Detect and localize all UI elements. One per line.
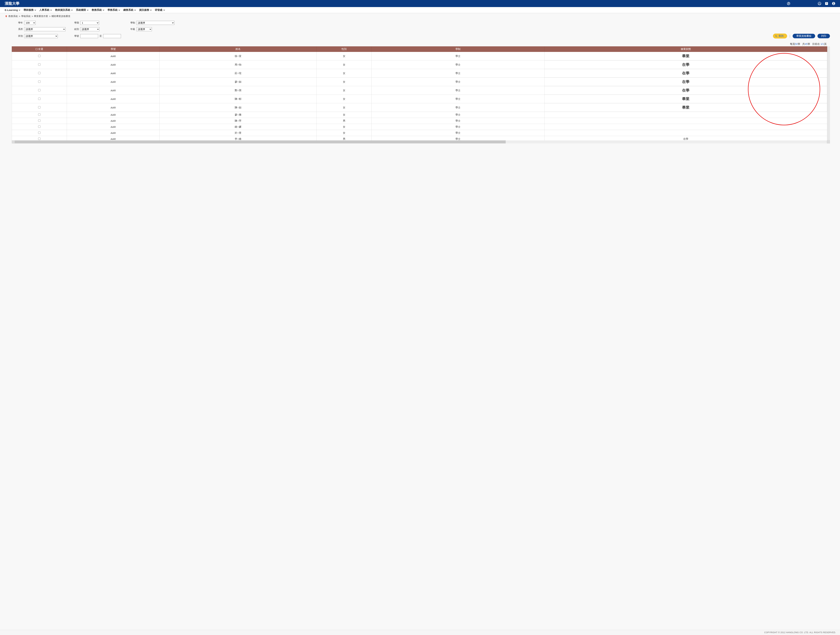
cell-sid: AAR [67,136,159,140]
nav-sys-auth[interactable]: 系統權限 [76,8,89,12]
label-system: 學制 [129,21,135,24]
th-all-label: 全選 [38,47,43,51]
table-row: AAR鄭○孺女學士在學 [12,86,827,95]
crumb-sep: > [49,15,51,17]
checkbox-icon[interactable] [38,72,41,74]
crumb-4: 輔助畢業資格審查 [52,15,70,18]
nav-academic[interactable]: 教務系統 [92,8,104,12]
checkbox-icon[interactable] [38,98,41,100]
square-icon [36,48,38,50]
crumb-2[interactable]: 學籍系統 [21,15,31,18]
cell-system: 學士 [372,95,545,103]
input-sid-from[interactable] [80,34,98,38]
scroll-left-arrow[interactable] [12,140,15,143]
crumb-3[interactable]: 畢業審查作業 [34,15,48,18]
cell-name: 莊○瑄 [159,69,316,77]
select-year[interactable]: 109 [24,21,36,25]
checkbox-icon[interactable] [38,89,41,91]
label-group: 組別 [73,28,79,31]
cell-checkbox[interactable] [12,130,67,136]
horizontal-scrollbar[interactable] [12,140,830,143]
select-grade[interactable]: 請選擇 [136,27,152,31]
nav-tutor[interactable]: 導師服務 [24,8,36,12]
chrome-icon[interactable] [787,2,790,5]
select-class[interactable]: 請選擇 [24,34,58,38]
cell-sex: 女 [317,103,372,112]
cell-checkbox[interactable] [12,112,67,118]
checkbox-icon[interactable] [38,137,41,140]
nav-general-affairs[interactable]: 總務系統 [123,8,136,12]
checkbox-icon[interactable] [38,55,41,57]
chevron-down-icon [150,9,152,11]
user-icon[interactable] [832,2,835,5]
chevron-down-icon [19,9,21,11]
label-class: 班別 [17,35,23,38]
nav-teacher-info[interactable]: 教師資訊系統 [55,8,73,12]
nav-rd[interactable]: 研發處 [155,8,165,12]
select-group[interactable]: 請選擇 [80,27,99,31]
nav-label: 人事系統 [39,8,49,12]
label-dept: 系所 [17,28,23,31]
cell-status: 在學 [544,69,827,77]
select-semester[interactable]: 1 [80,21,99,25]
cell-sid: AAR [67,130,159,136]
nav-it-service[interactable]: 資訊服務 [139,8,152,12]
checkbox-icon[interactable] [38,120,41,122]
cell-system: 學士 [372,112,545,118]
svg-line-9 [777,36,777,37]
cell-sid: AAR [67,52,159,60]
table-row: AAR陳○如女學士畢業 [12,103,827,112]
label-grade: 年級 [129,28,135,31]
checkbox-icon[interactable] [38,106,41,109]
select-dept[interactable]: 請選擇 [24,27,66,31]
chevron-down-icon [71,9,73,11]
checkbox-icon[interactable] [38,126,41,128]
nav-student-affairs[interactable]: 學務系統 [107,8,120,12]
table-scroll[interactable]: 全選 學號 姓名 性別 學制 修業狀態 AAR徐○宜女學士畢業AAR周○怡女學士… [12,46,830,140]
scroll-right-arrow[interactable] [827,140,830,143]
cell-status: 畢業 [544,103,827,112]
cell-checkbox[interactable] [12,86,67,95]
chevron-down-icon [87,9,89,11]
nav-label: 總務系統 [123,8,133,12]
cell-checkbox[interactable] [12,60,67,69]
checkbox-icon[interactable] [38,113,41,116]
cell-checkbox[interactable] [12,69,67,77]
cell-system: 學士 [372,77,545,86]
checkbox-icon[interactable] [38,63,41,66]
nav-elearning[interactable]: E-Learning [5,8,21,12]
pi-pp-suf: 筆 [798,43,800,45]
cell-checkbox[interactable] [12,118,67,124]
select-system[interactable]: 請選擇 [136,21,174,25]
cell-checkbox[interactable] [12,136,67,140]
cell-checkbox[interactable] [12,124,67,130]
scroll-thumb[interactable] [15,140,506,143]
cell-checkbox[interactable] [12,52,67,60]
cell-system: 學士 [372,124,545,130]
print-button[interactable]: 列印 [818,34,830,38]
cell-checkbox[interactable] [12,95,67,103]
pi-pp-pre: 每頁 [790,43,795,45]
nav-hr[interactable]: 人事系統 [39,8,52,12]
cell-checkbox[interactable] [12,77,67,86]
cell-sex: 女 [317,52,372,60]
cell-name: 廖○雅 [159,112,316,118]
cell-checkbox[interactable] [12,103,67,112]
cell-name: 於○萱 [159,130,316,136]
crumb-1[interactable]: 教務系統 [8,15,18,18]
chevron-down-icon [118,9,120,11]
nav-label: 學務系統 [107,8,118,12]
search-button[interactable]: 查詢 [773,33,787,38]
checkbox-icon[interactable] [38,131,41,134]
input-sid-to[interactable] [103,34,121,38]
svg-point-2 [818,2,821,5]
cell-sid: AAR [67,77,159,86]
pi-pp-n: 50 [795,43,798,45]
home-icon[interactable] [818,2,821,5]
audit-button[interactable]: 畢業資格審核 [793,34,815,38]
checkbox-icon[interactable] [38,80,41,83]
pin-icon [5,15,7,17]
help-icon[interactable]: ? [825,2,828,5]
cell-name: 陳○如 [159,103,316,112]
th-selectall[interactable]: 全選 [12,47,67,52]
